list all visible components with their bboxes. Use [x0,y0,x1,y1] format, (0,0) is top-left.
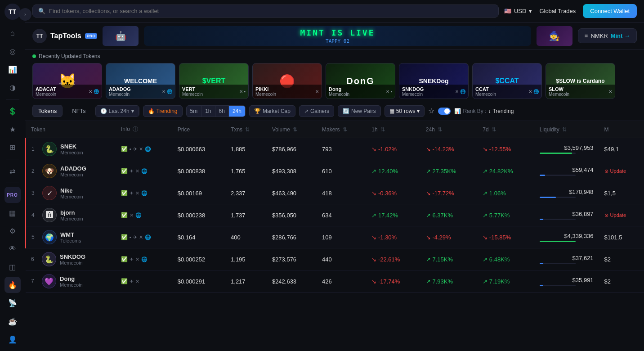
table-row[interactable]: 5 🌍 WMT Telecoms ✅ ▪ ✈ ✕ 🌐 $0.164 400 $2… [26,226,644,248]
time-btn-6h[interactable]: 6h [215,106,229,117]
expand-button[interactable]: › [19,8,31,21]
sidebar-divider-1 [6,99,19,99]
change-7d-cell: ↗ 5.77K% [477,204,534,226]
makers-cell: 440 [317,248,366,270]
token-card-adadog[interactable]: WELCOME ADADOG Memecoin ✕ 🌐 [106,63,175,99]
token-card-slow[interactable]: $SLOW is Cardano SLOW Memecoin ✕ [546,63,615,99]
verified-icon: ✅ [121,146,128,152]
sidebar-item-person[interactable]: 👤 [4,331,21,347]
col-market: M [599,121,644,138]
table-header: Token Info ⓘ Price Txns ⇅ Volume [26,121,644,138]
app-logo[interactable]: TT [4,4,21,20]
sidebar-item-grid[interactable]: ⊞ [4,139,21,155]
update-button[interactable]: ⊗ Update [604,212,639,218]
sidebar-item-dollar[interactable]: 💲 [4,103,21,119]
token-avatar: 🌍 [42,230,57,244]
sidebar-item-coffee[interactable]: ☕ [4,313,21,329]
rank-number: 5 [31,234,39,240]
info-cell: ✅ ▪ ✈ ✕ 🌐 [116,138,172,160]
tab-tokens[interactable]: Tokens [32,105,63,117]
table-row[interactable]: 6 🐍 SNKDOG Memecoin ✅ ✈ ✕ 🌐 $0.000252 1,… [26,248,644,270]
token-info: WMT Telecoms [60,231,81,243]
token-cell[interactable]: 2 🐶 ADADOG Memecoin [26,160,116,182]
toggle-switch[interactable] [438,108,451,115]
sidebar-item-dashboard[interactable]: ▦ [4,205,21,221]
token-cell[interactable]: 6 🐍 SNKDOG Memecoin [26,248,116,270]
sidebar-item-settings[interactable]: ⚙ [4,223,21,239]
sidebar-item-wallet[interactable]: ◫ [4,259,21,275]
nmkr-mint-button[interactable]: ≡ NMKR Mint → [578,28,637,43]
token-cell[interactable]: 4 🅰 bjorn Memecoin [26,204,116,226]
trending-filter[interactable]: 🔥 Trending [143,105,183,117]
volume-cell: $463,490 [267,182,317,204]
table-row[interactable]: 1 🐍 SNEK Memecoin ✅ ▪ ✈ ✕ 🌐 $0.000663 1,… [26,138,644,160]
favorites-star[interactable]: ☆ [428,107,434,115]
sidebar-item-home[interactable]: ⌂ [4,25,21,41]
time-btn-5m[interactable]: 5m [187,106,202,117]
sidebar-item-pro[interactable]: PRO [4,187,21,203]
token-type: Telecoms [60,238,81,243]
banner-center[interactable]: MINT IS LIVE TAPPY 02 [144,26,531,46]
txns-cell: 1,195 [225,248,267,270]
table-body: 1 🐍 SNEK Memecoin ✅ ▪ ✈ ✕ 🌐 $0.000663 1,… [26,138,644,292]
time-btn-1h[interactable]: 1h [201,106,215,117]
market-cap-filter[interactable]: 🏆 Market Cap [249,105,295,117]
chevron-down-icon: ▾ [529,8,532,14]
sidebar-item-star[interactable]: ★ [4,121,21,137]
token-card-snkdog[interactable]: SNEKDog SNKDOG Memecoin ✕ 🌐 [399,63,469,99]
change-24h-cell: ↗ 7.93K% [420,270,477,292]
token-cell[interactable]: 5 🌍 WMT Telecoms [26,226,116,248]
gainers-filter[interactable]: ↗ Gainers [299,105,334,117]
table-row[interactable]: 4 🅰 bjorn Memecoin ✅ ✕ 🌐 $0.000238 1,737… [26,204,644,226]
makers-sort-icon: ⇅ [343,126,347,133]
price-cell: $0.000838 [172,160,225,182]
sidebar-item-chart[interactable]: 📊 [4,61,21,77]
token-cell[interactable]: 7 💜 Dong Memecoin [26,270,116,292]
price-cell: $0.164 [172,226,225,248]
table-row[interactable]: 7 💜 Dong Memecoin ✅ ✈ ✕ $0.000291 1,217 … [26,270,644,292]
signal-icon: 📡 [8,299,17,307]
connect-wallet-button[interactable]: Connect Wallet [583,4,637,18]
update-button[interactable]: ⊗ Update [604,168,639,174]
sidebar-item-token[interactable]: ◎ [4,43,21,59]
rows-selector[interactable]: ▦ 50 rows ▾ [385,105,425,117]
coffee-icon: ☕ [8,317,17,326]
time-range-label[interactable]: 🕐 Last 24h ▾ [96,106,139,117]
sidebar-item-fire[interactable]: 🔥 [4,277,21,293]
token-card-vert[interactable]: $VERT VERT Memecoin ✕ ▪ [179,63,249,99]
info-sort-icon: ⓘ [133,126,138,132]
home-icon: ⌂ [10,29,15,37]
token-type: Memecoin [60,260,85,266]
telegram-icon: ✈ [130,168,134,174]
token-cell[interactable]: 3 ✓ Nike Memecoin [26,182,116,204]
change-7d-cell: ↗ 24.82K% [477,160,534,182]
rank-number: 6 [31,256,38,262]
telegram-icon: ✈ [133,234,137,240]
search-box[interactable]: 🔍 [32,4,499,18]
sidebar-item-pie[interactable]: ◑ [4,79,21,95]
sidebar-item-eye[interactable]: 👁 [4,241,21,257]
token-card-adacat[interactable]: 🐱 ADACAT Memecoin ✕ 🌐 [32,63,102,99]
sidebar-item-signal[interactable]: 📡 [4,295,21,311]
table-row[interactable]: 3 ✓ Nike Memecoin ✅ ✈ ✕ 🌐 $0.00169 2,337… [26,182,644,204]
new-pairs-filter[interactable]: 🔄 New Pairs [338,105,381,117]
verified-icon: ✅ [121,190,128,196]
table-row[interactable]: 2 🐶 ADADOG Memecoin ✅ ✈ ✕ 🌐 $0.000838 1,… [26,160,644,182]
twitter-icon: ✕ [130,212,134,218]
search-input[interactable] [49,8,493,14]
token-card-dong[interactable]: DonG Dong Memecoin ✕ ▪ [326,63,395,99]
token-card-ccat[interactable]: $CCAT CCAT Memecoin ✕ 🌐 [472,63,542,99]
tab-nfts[interactable]: NFTs [66,105,91,117]
token-card-pikki[interactable]: 🔴 PIKKI Memecoin ✕ [252,63,322,99]
currency-selector[interactable]: 🇺🇸 USD ▾ [504,8,532,14]
change-7d-cell: ↘ -12.55% [477,138,534,160]
taptools-logo[interactable]: TT TapTools PRO [32,29,97,43]
global-trades-link[interactable]: Global Trades [539,8,576,14]
makers-cell: 426 [317,270,366,292]
token-cell[interactable]: 1 🐍 SNEK Memecoin [26,138,116,160]
time-btn-24h[interactable]: 24h [229,106,245,117]
rank-value[interactable]: ↓ Trending [488,108,514,114]
arrow-up-icon: ↗ [304,108,309,114]
trophy-icon: 🏆 [254,108,261,114]
sidebar-item-swap[interactable]: ⇄ [4,163,21,179]
